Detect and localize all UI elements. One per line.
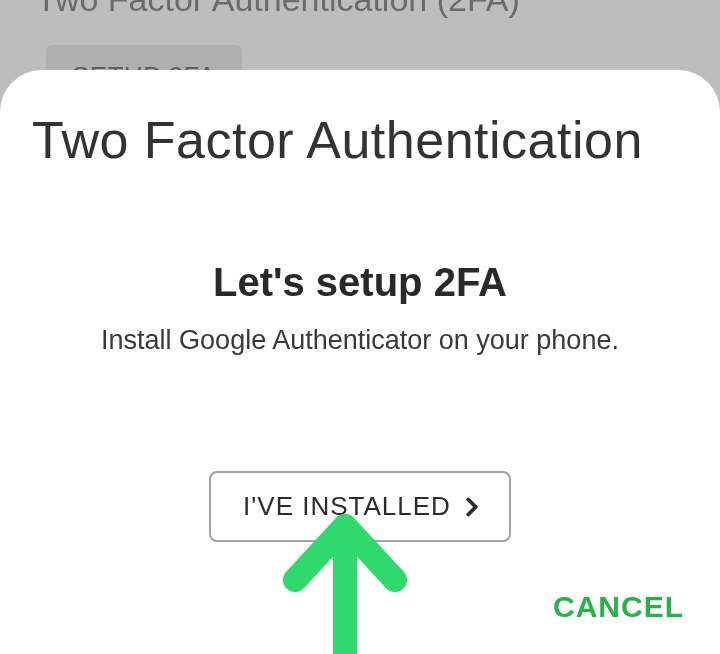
chevron-right-icon xyxy=(457,492,487,522)
two-factor-dialog: Two Factor Authentication Let's setup 2F… xyxy=(0,70,720,654)
step-heading: Let's setup 2FA xyxy=(30,260,690,305)
dialog-action-row: I'VE INSTALLED xyxy=(30,471,690,542)
dialog-body: Let's setup 2FA Install Google Authentic… xyxy=(30,260,690,356)
ive-installed-label: I'VE INSTALLED xyxy=(243,491,451,522)
ive-installed-button[interactable]: I'VE INSTALLED xyxy=(209,471,511,542)
dialog-title: Two Factor Authentication xyxy=(32,110,690,170)
step-instruction: Install Google Authenticator on your pho… xyxy=(30,325,690,356)
cancel-button[interactable]: CANCEL xyxy=(553,590,684,624)
